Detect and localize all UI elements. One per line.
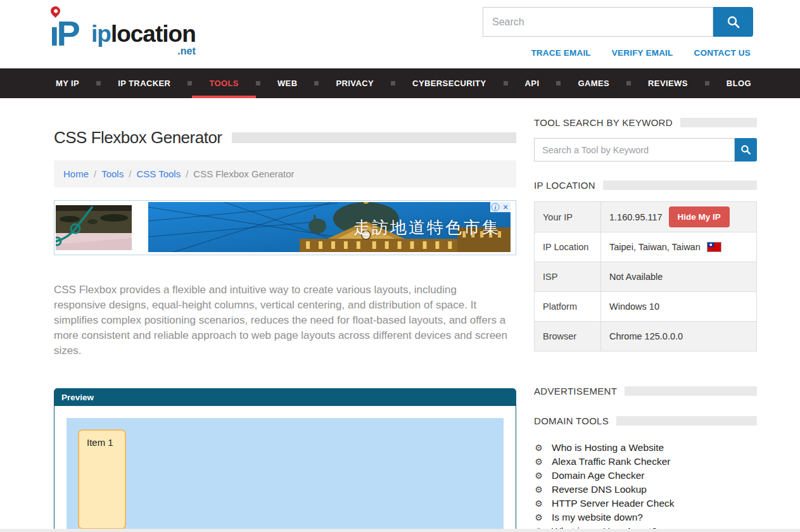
breadcrumb-link-css-tools[interactable]: CSS Tools	[136, 168, 181, 179]
nav-item-blog[interactable]: BLOG	[709, 68, 768, 98]
ad-main-image: 走訪地道特色市集 i ✕	[148, 202, 511, 252]
main-column: CSS Flexbox Generator Home/Tools/CSS Too…	[54, 98, 516, 532]
domain-tools-list: ⚙Who is Hosting a Website⚙Alexa Traffic …	[534, 441, 757, 532]
header-decorative-bar	[603, 180, 757, 190]
tool-search-button[interactable]	[735, 138, 757, 162]
search-icon	[727, 15, 740, 29]
sidebar: TOOL SEARCH BY KEYWORD IP LOCATION Your …	[534, 117, 757, 532]
nav-item-label: GAMES	[578, 79, 609, 88]
ad-controls: i ✕	[490, 202, 511, 212]
logo-ip-glyph: ıP	[49, 18, 78, 49]
domain-tool-item[interactable]: ⚙Domain Age Checker	[534, 469, 757, 483]
header-link-trace-email[interactable]: TRACE EMAIL	[531, 48, 590, 58]
nav-separator	[391, 81, 395, 86]
nav-separator	[705, 81, 709, 86]
domain-tools-title: DOMAIN TOOLS	[534, 415, 609, 426]
ip-table-row: IP LocationTaipei, Taiwan, Taiwan	[535, 232, 756, 262]
ip-row-value: Windows 10	[601, 292, 756, 321]
nav-item-label: API	[525, 79, 540, 88]
breadcrumb-separator: /	[186, 168, 188, 179]
ip-location-title: IP LOCATION	[534, 180, 595, 191]
breadcrumb-link-home[interactable]: Home	[63, 168, 89, 179]
logo-mark: ıP	[49, 6, 91, 51]
nav-separator	[314, 81, 319, 86]
tool-search-input[interactable]	[534, 138, 735, 162]
header-search-button[interactable]	[713, 7, 753, 37]
domain-tool-label: Reverse DNS Lookup	[552, 484, 647, 495]
nav-item-ip-tracker[interactable]: IP TRACKER	[101, 68, 187, 98]
nav-separator	[96, 81, 101, 86]
preview-panel-body: Item 1	[54, 406, 516, 532]
nav-item-my-ip[interactable]: MY IP	[54, 68, 96, 98]
domain-tool-item[interactable]: ⚙Alexa Traffic Rank Checker	[534, 455, 757, 469]
ip-row-value: Chrome 125.0.0.0	[601, 322, 756, 351]
logo-text-ip: ip	[91, 21, 111, 47]
ip-value-text: 1.160.95.117	[609, 212, 663, 222]
domain-tool-item[interactable]: ⚙Is my website down?	[534, 510, 757, 524]
gear-icon: ⚙	[534, 499, 543, 508]
gear-icon: ⚙	[534, 457, 543, 466]
ad-thumbnail-image	[56, 205, 132, 250]
nav-item-api[interactable]: API	[508, 68, 557, 98]
bottom-strip	[0, 529, 800, 532]
ip-location-header: IP LOCATION	[534, 180, 757, 191]
ad-info-icon[interactable]: i	[492, 203, 500, 212]
domain-tools-header: DOMAIN TOOLS	[534, 415, 757, 426]
nav-item-label: TOOLS	[209, 79, 239, 88]
nav-separator	[556, 81, 561, 86]
ip-table-row: ISPNot Available	[535, 262, 756, 291]
gear-icon: ⚙	[534, 485, 543, 494]
nav-item-privacy[interactable]: PRIVACY	[319, 68, 391, 98]
domain-tool-item[interactable]: ⚙Who is Hosting a Website	[534, 441, 757, 455]
ad-close-icon[interactable]: ✕	[500, 202, 511, 212]
domain-tool-label: HTTP Server Header Check	[552, 498, 675, 509]
nav-item-label: IP TRACKER	[118, 79, 170, 88]
site-logo[interactable]: ıP iplocation .net	[49, 6, 196, 51]
content-area: CSS Flexbox Generator Home/Tools/CSS Too…	[0, 98, 800, 532]
breadcrumb-separator: /	[94, 168, 96, 179]
header-link-verify-email[interactable]: VERIFY EMAIL	[612, 48, 673, 58]
header-decorative-bar	[616, 416, 757, 426]
breadcrumb-current: CSS Flexbox Generator	[193, 168, 294, 179]
search-icon	[740, 144, 751, 155]
domain-tool-label: Domain Age Checker	[552, 470, 644, 481]
preview-panel-header: Preview	[54, 389, 516, 406]
ip-value-text: Not Available	[609, 272, 663, 282]
ip-row-label: ISP	[535, 262, 601, 291]
domain-tool-item[interactable]: ⚙Reverse DNS Lookup	[534, 483, 757, 497]
ad-banner[interactable]: 走訪地道特色市集 i ✕	[54, 200, 516, 255]
ip-table-row: Your IP1.160.95.117Hide My IP	[535, 202, 756, 232]
ip-value-text: Taipei, Taiwan, Taiwan	[609, 242, 701, 252]
page-title-row: CSS Flexbox Generator	[54, 128, 516, 148]
nav-separator	[626, 81, 631, 86]
header-search-input[interactable]	[483, 7, 713, 37]
header-decorative-bar	[625, 386, 757, 396]
nav-active-underline	[192, 96, 256, 98]
domain-tool-item[interactable]: ⚙HTTP Server Header Check	[534, 497, 757, 510]
breadcrumb: Home/Tools/CSS Tools/CSS Flexbox Generat…	[54, 160, 516, 187]
ip-row-label: Your IP	[535, 202, 601, 232]
ad-caption: 走訪地道特色市集	[353, 216, 500, 238]
main-nav-list: MY IPIP TRACKERTOOLSWEBPRIVACYCYBERSECUR…	[0, 68, 800, 98]
hide-my-ip-button[interactable]: Hide My IP	[669, 206, 730, 227]
nav-item-web[interactable]: WEB	[260, 68, 315, 98]
ip-table-row: PlatformWindows 10	[535, 291, 756, 321]
domain-tool-label: Is my website down?	[552, 512, 643, 523]
domain-tool-label: Alexa Traffic Rank Checker	[552, 456, 671, 467]
breadcrumb-link-tools[interactable]: Tools	[101, 168, 124, 179]
nav-item-tools[interactable]: TOOLS	[192, 68, 256, 98]
header-link-contact-us[interactable]: CONTACT US	[694, 48, 751, 58]
ip-location-table: Your IP1.160.95.117Hide My IPIP Location…	[534, 201, 757, 352]
tool-search-header: TOOL SEARCH BY KEYWORD	[534, 117, 757, 128]
nav-item-reviews[interactable]: REVIEWS	[631, 68, 705, 98]
ip-row-label: IP Location	[535, 232, 601, 262]
nav-item-cybersecurity[interactable]: CYBERSECURITY	[395, 68, 503, 98]
page-title: CSS Flexbox Generator	[54, 128, 222, 148]
gear-icon: ⚙	[534, 443, 543, 452]
advertisement-title: ADVERTISEMENT	[534, 386, 617, 396]
nav-item-label: CYBERSECURITY	[412, 79, 486, 88]
nav-separator	[504, 81, 508, 86]
taiwan-flag-icon	[707, 242, 721, 252]
nav-item-label: WEB	[277, 79, 298, 88]
nav-item-games[interactable]: GAMES	[561, 68, 626, 98]
